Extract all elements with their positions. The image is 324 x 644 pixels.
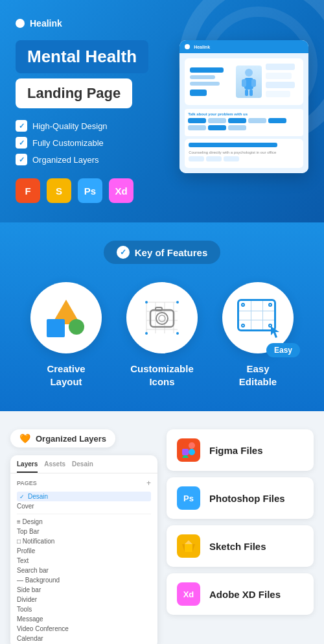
checklist-item-2: Fully Customizable — [16, 137, 177, 149]
svg-rect-23 — [182, 442, 189, 449]
creative-layout-label: CreativeLayout — [47, 363, 85, 388]
layers-badge-icon: 🧡 — [19, 433, 30, 444]
circle-shape — [69, 319, 84, 335]
hero-title-line1: Mental Health — [27, 47, 137, 66]
sketch-icon — [177, 534, 200, 558]
svg-point-21 — [176, 332, 179, 335]
lp-item-video-conference[interactable]: Video Conference — [17, 624, 151, 634]
layers-section: 🧡 Organized Layers Layers Assets Desain … — [0, 411, 324, 644]
preview-logo-text: Healink — [194, 45, 210, 49]
tool-ps: Ps — [78, 178, 102, 203]
lp-item-calendar[interactable]: Calendar — [17, 634, 151, 643]
tool-xd: Xd — [109, 178, 133, 203]
svg-rect-17 — [156, 307, 162, 311]
svg-rect-27 — [182, 455, 189, 458]
lp-item-sidebar[interactable]: Side bar — [17, 585, 151, 595]
lp-item-desain-active[interactable]: ✓ Desain — [17, 492, 151, 501]
svg-rect-24 — [189, 442, 195, 449]
cursor-arrow-icon — [270, 325, 284, 339]
tool-icons: F S Ps Xd — [16, 178, 177, 203]
svg-rect-25 — [182, 449, 189, 455]
file-card-figma[interactable]: Figma Files — [167, 429, 314, 471]
lp-item-topbar[interactable]: Top Bar — [17, 527, 151, 536]
layers-badge: 🧡 Organized Layers — [10, 429, 115, 447]
svg-rect-5 — [249, 89, 253, 96]
layers-panel: Layers Assets Desain Pages + ✓ Desain Co… — [10, 455, 157, 644]
tab-assets[interactable]: Assets — [44, 460, 65, 473]
sketch-file-label: Sketch Files — [209, 541, 266, 552]
lp-item-notification[interactable]: □ Notification — [17, 536, 151, 546]
lp-divider-1 — [17, 514, 151, 514]
xd-file-label: Adobe XD Files — [209, 589, 281, 600]
layers-badge-text: Organized Layers — [36, 434, 106, 444]
preview-text-block — [190, 67, 232, 96]
xd-icon: Xd — [177, 582, 200, 606]
svg-point-20 — [145, 332, 148, 335]
lp-item-profile[interactable]: Profile — [17, 546, 151, 556]
svg-point-19 — [176, 301, 179, 304]
feature-item-customizable-icons: CustomizableIcons — [120, 282, 204, 388]
svg-point-18 — [145, 301, 148, 304]
tab-layers[interactable]: Layers — [17, 460, 38, 473]
svg-marker-30 — [182, 544, 185, 552]
hero-section: Healink Mental Health Landing Page High-… — [0, 0, 324, 222]
corner-dot-bl — [241, 324, 245, 328]
features-grid: CreativeLayout — [10, 282, 314, 388]
lp-section-title: Pages — [17, 480, 37, 486]
hero-title-box-1: Mental Health — [16, 40, 148, 73]
features-section: ✓ Key of Features CreativeLayout — [0, 222, 324, 411]
figma-icon — [177, 438, 200, 462]
easy-editable-icon — [237, 299, 279, 337]
file-card-ps[interactable]: Ps Photoshop Files — [167, 477, 314, 519]
check-icon-1 — [16, 120, 27, 132]
svg-point-0 — [245, 69, 253, 77]
layers-right: Figma Files Ps Photoshop Files Sketch Fi… — [167, 429, 314, 615]
lp-add-button[interactable]: + — [146, 479, 151, 488]
creative-layout-circle — [30, 282, 102, 353]
feature-item-creative-layout: CreativeLayout — [24, 282, 108, 388]
customizable-icons-svg — [141, 297, 183, 339]
customizable-icons-label: CustomizableIcons — [130, 363, 194, 388]
layers-left: 🧡 Organized Layers Layers Assets Desain … — [10, 429, 157, 644]
preview-card: Healink — [179, 40, 308, 173]
feature-item-easy-editable: Easy EasyEditable — [216, 282, 300, 388]
file-card-xd[interactable]: Xd Adobe XD Files — [167, 573, 314, 615]
svg-point-15 — [156, 313, 168, 324]
lp-item-message[interactable]: Message — [17, 614, 151, 624]
check-icon-2 — [16, 137, 27, 149]
tool-figma: F — [16, 178, 40, 203]
lp-item-cover[interactable]: Cover — [17, 501, 151, 511]
ps-file-label: Photoshop Files — [209, 493, 285, 504]
ps-icon: Ps — [177, 486, 200, 510]
file-card-sketch[interactable]: Sketch Files — [167, 525, 314, 567]
lp-section-header: Pages + — [17, 479, 151, 488]
features-badge: ✓ Key of Features — [104, 241, 221, 264]
ei-grid — [239, 301, 274, 329]
square-shape — [47, 319, 65, 337]
hero-right: Healink — [179, 40, 308, 173]
lp-item-text[interactable]: Text — [17, 556, 151, 566]
tab-desain[interactable]: Desain — [72, 460, 93, 473]
easy-editable-label: EasyEditable — [239, 363, 277, 388]
svg-rect-3 — [251, 79, 256, 87]
hero-checklist: High-Quality Design Fully Customizable O… — [16, 120, 177, 165]
lp-item-tools[interactable]: Tools — [17, 604, 151, 614]
badge-check-icon: ✓ — [117, 246, 130, 259]
lp-item-searchbar[interactable]: Search bar — [17, 566, 151, 575]
hero-title-box-2: Landing Page — [16, 78, 132, 108]
svg-marker-31 — [192, 544, 195, 552]
lp-item-divider[interactable]: Divider — [17, 595, 151, 604]
hero-title-line2: Landing Page — [27, 85, 121, 101]
preview-sidebar — [266, 64, 298, 100]
figma-file-label: Figma Files — [209, 445, 263, 456]
tool-sketch: S — [47, 178, 71, 203]
hero-left: Mental Health Landing Page High-Quality … — [16, 40, 177, 203]
svg-rect-4 — [245, 89, 248, 96]
customizable-icons-circle — [126, 282, 198, 353]
brand-dot — [16, 19, 25, 28]
lp-item-design-group[interactable]: ≡ Design — [17, 517, 151, 527]
lp-item-background[interactable]: — Background — [17, 575, 151, 585]
creative-layout-icon — [47, 298, 86, 337]
layers-inner: 🧡 Organized Layers Layers Assets Desain … — [10, 429, 314, 644]
easy-editable-circle: Easy — [222, 282, 294, 353]
